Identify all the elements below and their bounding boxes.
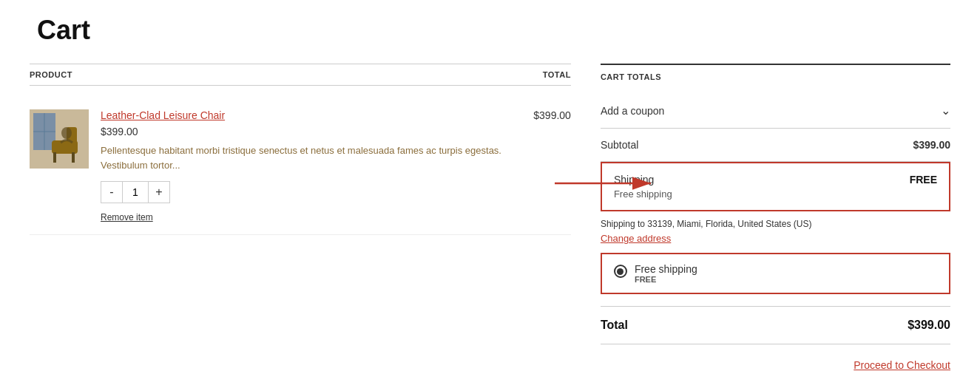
total-label: Total (601, 319, 628, 332)
product-image (30, 109, 89, 169)
column-product: PRODUCT (30, 70, 72, 79)
radio-button[interactable] (614, 265, 627, 278)
shipping-section: Shipping Free shipping FREE (601, 162, 950, 211)
quantity-input[interactable] (122, 182, 149, 203)
cart-totals-section: CART TOTALS Add a coupon ⌄ Subtotal $399… (601, 64, 950, 371)
proceed-to-checkout-link[interactable]: Proceed to Checkout (854, 359, 950, 371)
item-price: $399.00 (101, 126, 521, 137)
svg-point-8 (61, 127, 72, 139)
svg-rect-6 (53, 152, 56, 163)
shipping-address: Shipping to 33139, Miami, Florida, Unite… (601, 211, 950, 232)
cart-table-header: PRODUCT TOTAL (30, 64, 571, 86)
page-title: Cart (30, 15, 950, 46)
free-shipping-amount: FREE (635, 275, 697, 284)
free-shipping-name: Free shipping (635, 263, 697, 275)
item-total-price: $399.00 (533, 109, 571, 121)
cart-totals-title: CART TOTALS (601, 64, 950, 81)
free-shipping-text: Free shipping FREE (635, 263, 697, 284)
change-address-link[interactable]: Change address (601, 233, 671, 244)
total-row: Total $399.00 (601, 306, 950, 344)
item-description: Pellentesque habitant morbi tristique se… (101, 143, 521, 172)
cart-item: Leather-Clad Leisure Chair $399.00 Pelle… (30, 98, 571, 235)
checkout-link-container: Proceed to Checkout (601, 359, 950, 371)
coupon-label: Add a coupon (601, 105, 664, 117)
free-shipping-option[interactable]: Free shipping FREE (601, 253, 950, 294)
svg-rect-7 (72, 152, 75, 163)
remove-item-link[interactable]: Remove item (101, 212, 153, 222)
subtotal-row: Subtotal $399.00 (601, 129, 950, 162)
quantity-increase-button[interactable]: + (149, 182, 169, 203)
radio-dot (617, 268, 624, 275)
quantity-decrease-button[interactable]: - (101, 182, 122, 203)
column-total: TOTAL (543, 70, 571, 79)
chevron-down-icon: ⌄ (941, 103, 950, 118)
item-details: Leather-Clad Leisure Chair $399.00 Pelle… (101, 109, 521, 222)
coupon-row[interactable]: Add a coupon ⌄ (601, 93, 950, 129)
item-name-link[interactable]: Leather-Clad Leisure Chair (101, 109, 225, 121)
subtotal-label: Subtotal (601, 139, 638, 151)
shipping-label-group: Shipping Free shipping (614, 174, 672, 200)
shipping-sublabel: Free shipping (614, 188, 672, 200)
total-value: $399.00 (908, 319, 950, 332)
quantity-control: - + (101, 181, 170, 203)
subtotal-value: $399.00 (913, 139, 950, 151)
shipping-value: FREE (910, 174, 937, 186)
cart-items-section: PRODUCT TOTAL (30, 64, 571, 235)
shipping-row: Shipping Free shipping FREE (614, 174, 937, 200)
shipping-label: Shipping (614, 174, 672, 186)
